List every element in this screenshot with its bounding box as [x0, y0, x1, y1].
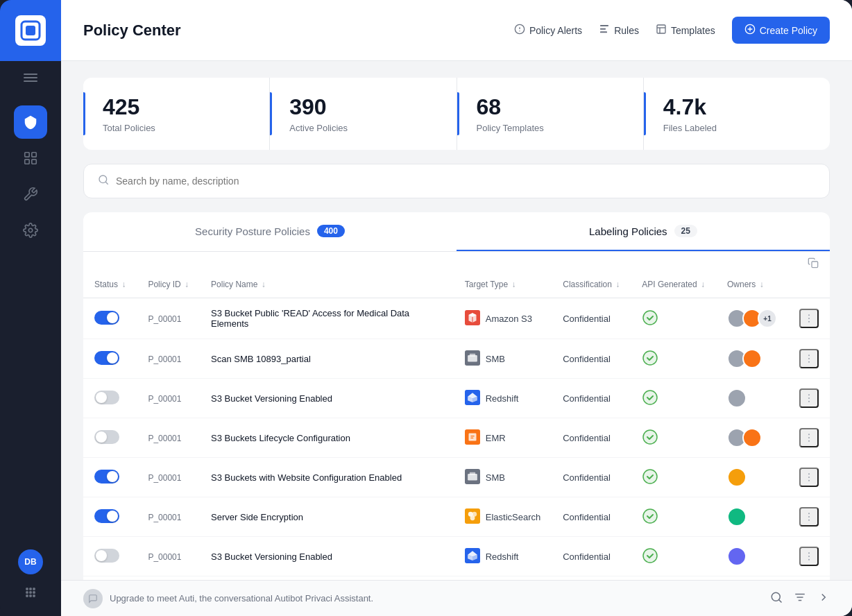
row-more-button[interactable]	[799, 309, 819, 328]
policy-toggle[interactable]	[94, 509, 119, 523]
grid-icon[interactable]	[18, 580, 43, 605]
copy-icon-area	[83, 252, 830, 271]
sidebar-nav	[14, 94, 47, 549]
svg-point-69	[808, 480, 810, 481]
col-header-target-type[interactable]: Target Type ↓	[454, 271, 552, 298]
owner-avatar	[742, 349, 762, 368]
policy-id-cell: P_00001	[148, 513, 181, 522]
policy-id-cell: P_00001	[148, 354, 181, 364]
col-header-status[interactable]: Status ↓	[83, 271, 137, 298]
row-more-button[interactable]	[799, 428, 819, 447]
policy-name-cell: S3 Buckets Lifecycle Configuration	[211, 433, 350, 443]
search-input[interactable]	[116, 176, 815, 187]
svg-point-66	[643, 470, 657, 484]
col-header-owners[interactable]: Owners ↓	[716, 271, 788, 298]
policy-toggle[interactable]	[94, 470, 119, 484]
classification-cell: Confidential	[563, 512, 611, 522]
svg-rect-56	[468, 433, 476, 440]
rules-button[interactable]: Rules	[599, 24, 639, 37]
col-header-classification[interactable]: Classification ↓	[552, 271, 631, 298]
svg-point-11	[29, 588, 32, 590]
target-icon	[465, 469, 480, 486]
table-row: P_00001S3 Bucket Versioning Enabled Reds…	[83, 379, 830, 418]
svg-line-32	[105, 182, 108, 185]
copy-icon[interactable]	[808, 257, 819, 271]
policy-name-cell: S3 Buckets with Website Configuration En…	[211, 472, 402, 483]
row-more-button[interactable]	[799, 349, 819, 368]
svg-point-36	[643, 311, 657, 325]
sort-owners-icon: ↓	[760, 280, 764, 289]
api-generated-cell	[642, 516, 658, 527]
svg-point-62	[808, 440, 810, 442]
tab-labeling[interactable]: Labeling Policies 25	[457, 212, 830, 251]
filter-bottom-icon[interactable]	[794, 591, 806, 606]
classification-cell: Confidential	[563, 433, 611, 443]
policy-id-cell: P_00001	[148, 552, 181, 562]
row-more-button[interactable]	[799, 388, 819, 408]
sidebar-item-gear[interactable]	[14, 214, 47, 247]
row-more-button[interactable]	[799, 547, 819, 566]
api-generated-cell	[642, 318, 658, 328]
policy-alerts-button[interactable]: Policy Alerts	[514, 24, 582, 37]
svg-point-14	[29, 591, 32, 594]
policy-id-cell: P_00001	[148, 394, 181, 404]
svg-rect-24	[600, 31, 607, 33]
col-header-policy-id[interactable]: Policy ID ↓	[137, 271, 200, 298]
alert-icon	[514, 24, 525, 37]
svg-rect-4	[24, 80, 37, 82]
svg-rect-57	[470, 435, 475, 436]
table-row: P_00001S3 Bucket Public 'READ' Access fo…	[83, 298, 830, 339]
templates-button[interactable]: Templates	[656, 24, 715, 37]
owners-cell: +1	[727, 309, 777, 328]
svg-point-53	[808, 397, 810, 399]
tab-security[interactable]: Security Posture Policies 400	[83, 212, 457, 251]
sidebar-item-chart[interactable]	[14, 142, 47, 175]
col-header-policy-name[interactable]: Policy Name ↓	[200, 271, 454, 298]
sidebar-item-shield[interactable]	[14, 105, 47, 139]
search-bar	[83, 164, 830, 198]
top-bar: Policy Center Policy Alerts Rules	[61, 0, 852, 61]
svg-point-37	[808, 314, 810, 316]
search-bottom-icon[interactable]	[770, 591, 783, 606]
policy-toggle[interactable]	[94, 351, 119, 365]
policy-toggle[interactable]	[94, 391, 119, 404]
row-more-button[interactable]	[799, 468, 819, 487]
svg-rect-42	[470, 353, 475, 356]
table-row: P_00001S3 Buckets Lifecycle Configuratio…	[83, 418, 830, 458]
policy-toggle[interactable]	[94, 430, 119, 444]
sidebar-bottom: DB	[18, 549, 43, 616]
svg-point-10	[26, 588, 28, 590]
main-content: Policy Center Policy Alerts Rules	[61, 0, 852, 616]
col-header-api-generated[interactable]: API Generated ↓	[631, 271, 716, 298]
svg-rect-7	[25, 160, 29, 164]
stat-files-labeled: 4.7k Files Labeled	[644, 78, 830, 150]
chat-hint-text: Upgrade to meet Auti, the conversational…	[110, 593, 373, 604]
sidebar-item-wrench[interactable]	[14, 178, 47, 211]
target-icon	[465, 508, 480, 526]
user-avatar[interactable]: DB	[18, 549, 43, 574]
row-more-button[interactable]	[799, 507, 819, 527]
menu-icon[interactable]	[0, 61, 61, 94]
policy-id-cell: P_00001	[148, 314, 181, 324]
stat-label-total: Total Policies	[103, 123, 250, 133]
page-title: Policy Center	[83, 22, 181, 40]
svg-point-68	[808, 477, 810, 478]
target-type-cell: Redshift	[465, 390, 540, 407]
owners-cell	[727, 349, 777, 368]
arrow-bottom-icon[interactable]	[817, 591, 830, 606]
sort-id-icon: ↓	[185, 280, 189, 289]
policy-toggle[interactable]	[94, 549, 119, 563]
target-type-cell: ElasticSearch	[465, 508, 540, 526]
svg-point-38	[808, 318, 810, 319]
policy-table: Status ↓ Policy ID ↓ Policy Name ↓	[83, 271, 830, 580]
logo-area	[0, 0, 61, 61]
svg-point-17	[29, 594, 32, 597]
owner-avatar	[727, 507, 747, 527]
policy-toggle[interactable]	[94, 311, 119, 325]
svg-point-59	[643, 430, 657, 444]
svg-rect-23	[600, 28, 606, 30]
create-policy-button[interactable]: Create Policy	[732, 17, 830, 44]
stat-value-active: 390	[289, 94, 436, 120]
sort-target-icon: ↓	[512, 280, 516, 289]
svg-rect-25	[657, 25, 665, 33]
